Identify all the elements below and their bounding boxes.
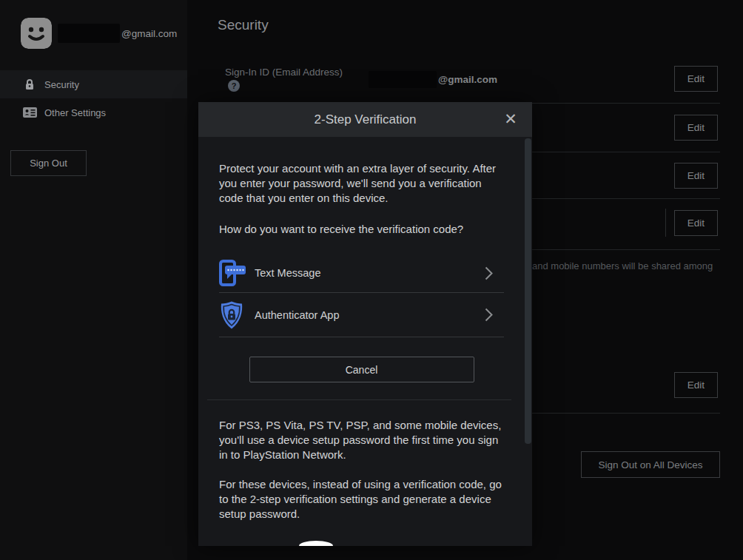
row-divider — [532, 198, 720, 199]
redacted-email-name — [58, 24, 120, 43]
row-divider — [532, 152, 720, 152]
cancel-wrap: Cancel — [219, 357, 504, 382]
modal-question-text: How do you want to receive the verificat… — [219, 222, 504, 237]
edit-button-row3[interactable]: Edit — [674, 163, 718, 189]
smiley-avatar-icon — [21, 18, 52, 49]
page: @gmail.com Security — [0, 0, 743, 560]
scrolled-content-arc — [299, 541, 333, 546]
sidebar-item-label: Security — [44, 79, 79, 90]
edit-button-row5[interactable]: Edit — [674, 372, 718, 398]
value-divider — [665, 209, 666, 237]
sign-out-all-devices-button[interactable]: Sign Out on All Devices — [581, 451, 720, 478]
authenticator-shield-icon — [219, 300, 255, 330]
modal-divider — [207, 399, 511, 400]
mobile-numbers-note: and mobile numbers will be shared among — [532, 260, 713, 271]
modal-intro-text: Protect your account with an extra layer… — [219, 161, 504, 206]
option-label: Authenticator App — [255, 309, 485, 321]
row-divider — [532, 103, 720, 104]
device-setup-note-2: For these devices, instead of using a ve… — [219, 477, 504, 522]
signin-id-label: Sign-In ID (Email Address) — [225, 67, 343, 78]
chevron-right-icon — [485, 308, 493, 322]
redacted-email-value — [369, 71, 437, 88]
edit-button-row2[interactable]: Edit — [674, 115, 718, 141]
sidebar-item-label: Other Settings — [44, 107, 106, 118]
chevron-right-icon — [485, 266, 493, 280]
cancel-button[interactable]: Cancel — [249, 357, 474, 382]
row-divider — [532, 249, 720, 250]
lock-icon — [22, 78, 37, 90]
row-divider — [532, 413, 720, 414]
modal-header: 2-Step Verification ✕ — [198, 102, 532, 137]
two-step-verification-modal: 2-Step Verification ✕ Protect your accou… — [198, 102, 532, 546]
sidebar: @gmail.com Security — [0, 0, 187, 560]
option-text-message[interactable]: Text Message — [219, 254, 504, 293]
modal-scrollbar-thumb[interactable] — [525, 138, 531, 444]
edit-button-signin[interactable]: Edit — [674, 66, 718, 92]
edit-button-row4[interactable]: Edit — [674, 210, 718, 236]
text-message-icon — [219, 259, 255, 287]
profile-email-suffix: @gmail.com — [121, 28, 177, 39]
option-authenticator-app[interactable]: Authenticator App — [219, 293, 504, 337]
question-icon[interactable]: ? — [228, 80, 240, 92]
sidebar-item-security[interactable]: Security — [0, 70, 187, 98]
modal-title: 2-Step Verification — [315, 112, 417, 127]
id-card-icon — [22, 107, 37, 118]
close-icon[interactable]: ✕ — [500, 108, 522, 130]
signin-email-suffix: @gmail.com — [438, 74, 497, 85]
page-title: Security — [218, 17, 269, 33]
sign-out-button[interactable]: Sign Out — [10, 150, 87, 176]
sidebar-nav: Security Other Settings — [0, 70, 187, 126]
modal-body: Protect your account with an extra layer… — [198, 137, 532, 522]
profile: @gmail.com — [21, 18, 177, 49]
device-setup-note-1: For PS3, PS Vita, PS TV, PSP, and some m… — [219, 418, 504, 462]
sidebar-item-other-settings[interactable]: Other Settings — [0, 98, 187, 126]
option-label: Text Message — [255, 267, 485, 279]
